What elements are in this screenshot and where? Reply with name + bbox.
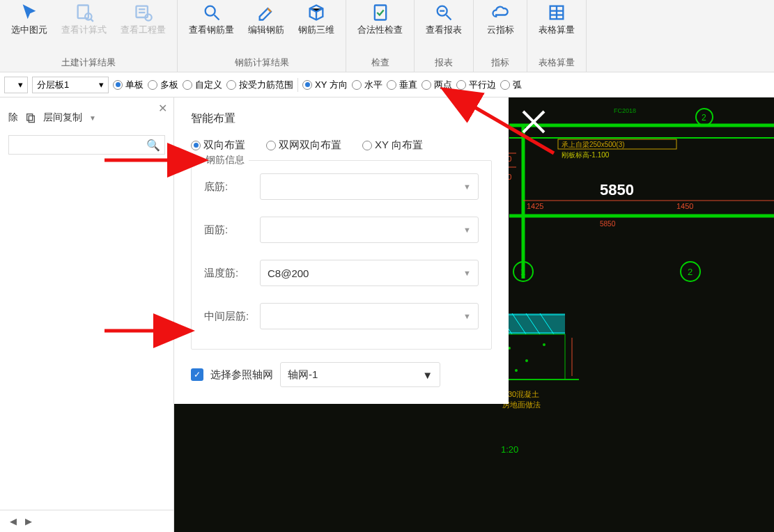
tool-delete[interactable]: 除 [8, 111, 18, 124]
search-input[interactable]: 🔍 [8, 135, 165, 155]
search-list-icon [134, 3, 153, 22]
svg-point-52 [543, 343, 545, 346]
svg-text:1450: 1450 [676, 202, 693, 210]
radio-horizontal[interactable]: 水平 [352, 79, 382, 91]
svg-point-51 [525, 359, 528, 362]
svg-text:5850: 5850 [600, 220, 616, 228]
ribbon-group-table: 表格算量 表格算量 [527, 0, 587, 72]
fieldset-legend: 钢筋信息 [201, 154, 249, 166]
report-icon [434, 3, 454, 22]
cloud-icon [490, 3, 510, 22]
select-top-rebar[interactable]: ▼ [260, 217, 479, 243]
chevron-down-icon: ▼ [463, 226, 471, 234]
ribbon-item-cloud-metric[interactable]: 云指标 [479, 0, 521, 55]
ribbon-item-view-quantity[interactable]: 查看工程量 [115, 0, 171, 55]
ribbon-group-check: 合法性检查 检查 [346, 0, 415, 72]
ribbon-item-rebar-3d[interactable]: 钢筋三维 [293, 0, 340, 55]
ribbon-item-edit-rebar[interactable]: 编辑钢筋 [242, 0, 290, 55]
combo-unknown[interactable]: ▾ [4, 77, 28, 93]
radio-double-net[interactable]: 双网双向布置 [266, 139, 341, 152]
cursor-icon [20, 3, 39, 22]
label-middle-layer-rebar: 中间层筋: [204, 310, 253, 323]
ribbon-group-report: 查看报表 报表 [415, 0, 474, 72]
checkbox-label: 选择参照轴网 [210, 368, 273, 382]
ribbon-group-label: 检查 [352, 55, 408, 72]
tab-prev[interactable]: ◀ [6, 516, 21, 526]
radio-single-board[interactable]: 单板 [113, 79, 144, 91]
svg-text:FC2018: FC2018 [614, 107, 636, 114]
svg-line-2 [91, 19, 93, 22]
label-top-rebar: 面筋: [204, 224, 253, 237]
tool-layer-copy[interactable]: 层间复制 [43, 111, 82, 124]
ribbon-group-label: 钢筋计算结果 [183, 55, 340, 72]
combo-layer[interactable]: 分层板1▾ [32, 77, 109, 93]
chevron-down-icon: ▼ [89, 114, 96, 122]
smart-placement-panel: 智能布置 双向布置 双网双向布置 XY 向布置 钢筋信息 底筋:▼ 面筋:▼ 温… [174, 97, 509, 404]
select-temperature-rebar[interactable]: C8@200▼ [260, 260, 479, 286]
chevron-down-icon: ▼ [463, 312, 471, 320]
svg-rect-18 [29, 116, 34, 122]
checkbox-reference-axis[interactable]: ✓ [191, 368, 203, 381]
left-tools: 除 层间复制 ▼ [0, 97, 173, 131]
edit-icon [256, 3, 276, 22]
search-doc-icon [75, 3, 94, 22]
rebar-info-fieldset: 钢筋信息 底筋:▼ 面筋:▼ 温度筋:C8@200▼ 中间层筋:▼ [191, 160, 492, 350]
search-icon: 🔍 [146, 139, 160, 152]
radio-bidir[interactable]: 双向布置 [191, 139, 245, 152]
ribbon-item-table-qty[interactable]: 表格算量 [533, 0, 580, 55]
copy-icon [25, 112, 36, 123]
svg-line-11 [447, 15, 451, 20]
search-icon [202, 3, 222, 22]
radio-by-force-range[interactable]: 按受力筋范围 [226, 79, 293, 91]
ribbon-group-label: 报表 [420, 55, 467, 72]
bottom-tabs: ◀ ▶ [0, 510, 173, 532]
ribbon-group-metric: 云指标 指标 [474, 0, 527, 72]
chevron-down-icon: ▼ [422, 369, 433, 381]
svg-rect-0 [77, 6, 88, 19]
radio-vertical[interactable]: 垂直 [387, 79, 417, 91]
check-doc-icon [371, 3, 390, 22]
svg-text:1425: 1425 [527, 202, 543, 210]
svg-point-53 [515, 369, 518, 372]
svg-line-8 [214, 15, 219, 20]
select-bottom-rebar[interactable]: ▼ [260, 173, 479, 200]
ribbon-group-label: 土建计算结果 [6, 55, 171, 72]
option-bar: ▾ 分层板1▾ 单板 多板 自定义 按受力筋范围 XY 方向 水平 垂直 两点 … [0, 72, 774, 97]
workspace: ✕ 除 层间复制 ▼ 🔍 ◀ ▶ [0, 97, 774, 532]
table-icon [547, 3, 566, 22]
left-panel: ✕ 除 层间复制 ▼ 🔍 ◀ ▶ [0, 97, 174, 532]
label-bottom-rebar: 底筋: [204, 180, 253, 194]
drawing-canvas[interactable]: 720 950 5850 1425 1450 5850 承上自梁250x500(… [174, 97, 774, 532]
select-axis-grid[interactable]: 轴网-1▼ [280, 362, 440, 387]
radio-multi-board[interactable]: 多板 [148, 79, 178, 91]
chevron-down-icon: ▾ [18, 79, 23, 90]
separator [297, 78, 298, 92]
radio-xy-layout[interactable]: XY 向布置 [362, 139, 423, 152]
chevron-down-icon: ▾ [99, 79, 104, 90]
close-icon[interactable]: ✕ [158, 102, 169, 113]
cad-view: 720 950 5850 1425 1450 5850 承上自梁250x500(… [495, 97, 774, 532]
svg-text:1: 1 [520, 267, 525, 277]
radio-custom[interactable]: 自定义 [183, 79, 222, 91]
ribbon-item-select-element[interactable]: 选中图元 [6, 0, 53, 55]
panel-title: 智能布置 [191, 111, 492, 126]
select-middle-layer-rebar[interactable]: ▼ [260, 303, 479, 329]
chevron-down-icon: ▼ [463, 182, 471, 191]
ribbon: 选中图元 查看计算式 查看工程量 土建计算结果 查看钢筋量 编辑钢筋 钢筋三维 … [0, 0, 774, 72]
ribbon-group-civil: 选中图元 查看计算式 查看工程量 土建计算结果 [0, 0, 178, 72]
radio-xy-direction[interactable]: XY 方向 [302, 79, 348, 91]
svg-text:5850: 5850 [600, 181, 634, 198]
tab-next[interactable]: ▶ [21, 516, 36, 526]
ribbon-item-validity-check[interactable]: 合法性检查 [352, 0, 408, 55]
ribbon-item-view-report[interactable]: 查看报表 [420, 0, 467, 55]
radio-parallel-edge[interactable]: 平行边 [456, 79, 496, 91]
svg-text:刚板标高-1.100: 刚板标高-1.100 [562, 151, 610, 159]
svg-rect-9 [374, 6, 385, 20]
radio-two-points[interactable]: 两点 [421, 79, 452, 91]
svg-text:2: 2 [688, 267, 692, 277]
radio-arc[interactable]: 弧 [500, 79, 522, 91]
ribbon-group-label: 指标 [479, 55, 521, 72]
ribbon-item-view-formula[interactable]: 查看计算式 [56, 0, 112, 55]
svg-text:1:20: 1:20 [501, 444, 518, 455]
ribbon-item-view-rebar-qty[interactable]: 查看钢筋量 [183, 0, 240, 55]
